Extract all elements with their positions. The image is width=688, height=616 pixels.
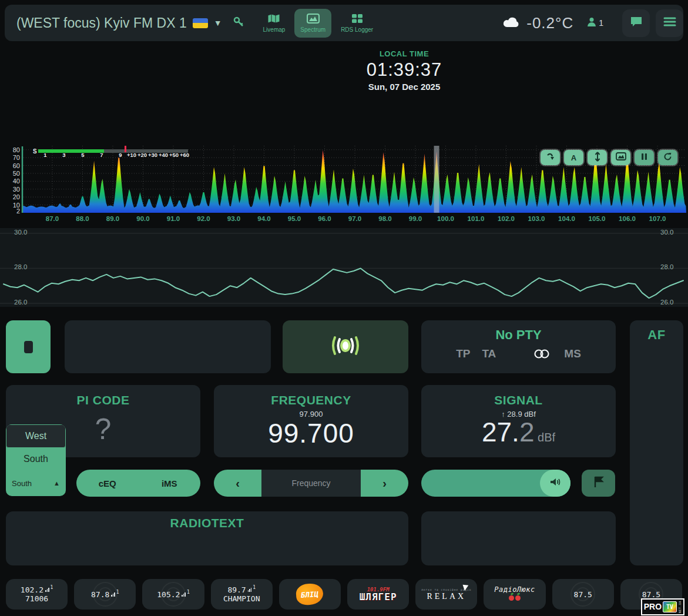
ta-flag: TA	[482, 347, 496, 360]
frequency-tick-label: 93.0	[224, 215, 244, 222]
signal-tick-label: 28.0	[14, 263, 29, 270]
signal-title: SIGNAL	[421, 393, 616, 407]
ms-flag: MS	[564, 347, 581, 360]
chevron-left-icon: ‹	[236, 477, 240, 490]
frequency-tick-label: 101.0	[466, 215, 486, 222]
s-meter-tick-label: 5	[81, 152, 84, 158]
frequency-stepper: ‹ Frequency ›	[214, 470, 408, 497]
af-list-card: AF	[630, 320, 683, 565]
frequency-tick-label: 107.0	[647, 215, 667, 222]
chat-button[interactable]	[622, 9, 650, 37]
antenna-selected-value: South	[12, 479, 32, 488]
antenna-dropdown[interactable]: West South South ▲	[6, 424, 66, 496]
preset-button-5[interactable]: БЛІЦ	[279, 579, 341, 610]
speaker-icon	[549, 477, 561, 489]
blits-logo: БЛІЦ	[296, 582, 324, 605]
s-meter-tick-label: +20	[137, 152, 147, 158]
preset-frequency: 102.2	[21, 585, 43, 594]
stop-icon	[24, 341, 33, 353]
preset-pi: 71006	[25, 594, 48, 603]
refresh-button[interactable]	[658, 150, 677, 165]
chart-icon	[307, 14, 320, 25]
signal-tick-label: 26.0	[14, 299, 29, 306]
stereo-icon	[532, 349, 551, 359]
antenna-option-south[interactable]: South	[6, 448, 66, 470]
s-meter-tick-label: +30	[148, 152, 157, 158]
preset-button-7[interactable]: легке та спокійне радіоRELAX	[415, 579, 477, 610]
frequency-down-button[interactable]: ‹	[214, 470, 261, 497]
antenna-icon: 1	[248, 583, 256, 592]
frequency-tick-label: 103.0	[526, 215, 546, 222]
nav-livemap-label: Livemap	[263, 26, 286, 33]
frequency-tick-label: 98.0	[375, 215, 395, 222]
chart-toggle-icon	[616, 152, 626, 163]
eq-ims-toggle-group: cEQ iMS	[76, 470, 200, 497]
relax-logo: RELAX	[427, 592, 466, 601]
antenna-icon: 1	[182, 588, 189, 597]
broadcast-watermark-icon	[570, 582, 595, 607]
s-meter-tick-label: 9	[119, 152, 122, 158]
nav-rds-logger[interactable]: RDS Logger	[335, 9, 379, 38]
signal-value: 27.2 dBf	[421, 416, 616, 448]
server-title: (WEST focus) Kyiv FM DX 1	[16, 15, 187, 31]
key-icon[interactable]	[233, 16, 244, 30]
preset-button-10[interactable]: 87.5PROTVNET.UA	[620, 579, 682, 610]
frequency-tick-label: 91.0	[163, 215, 183, 222]
play-stop-button[interactable]	[6, 320, 51, 373]
frequency-tick-label: 95.0	[284, 215, 304, 222]
nav-livemap[interactable]: Livemap	[257, 9, 291, 38]
chevron-down-icon[interactable]: ▼	[214, 18, 222, 28]
local-time-block: LOCAL TIME 01:39:37 Sun, 07 Dec 2025	[367, 49, 442, 92]
autoscale-button[interactable]: A	[564, 150, 583, 165]
frequency-tick-label: 96.0	[315, 215, 335, 222]
antenna-select[interactable]: South ▲	[6, 470, 66, 496]
frequency-input[interactable]: Frequency	[261, 470, 361, 497]
af-title: AF	[630, 327, 683, 343]
volume-handle[interactable]	[540, 470, 570, 497]
app-root: (WEST focus) Kyiv FM DX 1 ▼ Livemap Spec…	[0, 0, 688, 616]
arrow-down-icon	[546, 152, 555, 163]
preset-button-6[interactable]: 101.9FMШЛЯГЕР	[347, 579, 409, 610]
shlyager-logo: ШЛЯГЕР	[360, 592, 397, 602]
db-tick-label: 30	[6, 186, 20, 193]
preset-button-1[interactable]: 102.2171006	[6, 579, 68, 610]
resize-vertical-button[interactable]	[588, 150, 607, 165]
local-time-label: LOCAL TIME	[367, 49, 442, 58]
protv-logo: PROTVNET.UA	[641, 598, 684, 615]
s-meter-tick-label: +50	[169, 152, 179, 158]
frequency-up-button[interactable]: ›	[361, 470, 408, 497]
ims-toggle[interactable]: iMS	[139, 478, 201, 488]
signal-card: SIGNAL ↑ 28.9 dBf 27.2 dBf	[421, 385, 616, 457]
s-meter-tick-label: 3	[62, 152, 65, 158]
tp-flag: TP	[456, 347, 470, 360]
ceq-toggle[interactable]: cEQ	[76, 478, 139, 488]
chart-toggle-button[interactable]	[611, 150, 630, 165]
frequency-tick-label: 100.0	[436, 215, 456, 222]
s-meter-tick-label: +60	[180, 152, 189, 158]
nav-spectrum[interactable]: Spectrum	[294, 9, 331, 38]
frequency-tick-label: 89.0	[103, 215, 123, 222]
flag-button[interactable]	[582, 470, 615, 497]
volume-slider[interactable]	[421, 470, 570, 497]
broadcast-indicator[interactable]	[283, 320, 408, 373]
header-bar: (WEST focus) Kyiv FM DX 1 ▼ Livemap Spec…	[5, 5, 683, 41]
preset-button-9[interactable]: 87.5	[552, 579, 614, 610]
frequency-title: FREQUENCY	[214, 393, 408, 407]
frequency-tick-label: 87.0	[42, 215, 62, 222]
arrow-down-button[interactable]	[541, 150, 560, 165]
signal-tick-label: 30.0	[660, 229, 676, 236]
pause-button[interactable]	[635, 150, 654, 165]
antenna-icon: 1	[45, 583, 53, 592]
preset-button-3[interactable]: 105.21	[142, 579, 204, 610]
menu-button[interactable]	[656, 9, 683, 37]
preset-button-4[interactable]: 89.71CHAMPION	[211, 579, 273, 610]
signal-tick-label: 28.0	[660, 263, 676, 270]
local-date: Sun, 07 Dec 2025	[367, 82, 442, 92]
preset-bank: 102.217100687.81105.2189.71CHAMPIONБЛІЦ1…	[6, 579, 682, 610]
antenna-option-west[interactable]: West	[6, 424, 66, 448]
ukraine-flag-icon	[193, 18, 208, 28]
db-tick-label: 20	[6, 193, 20, 200]
db-tick-label: 60	[6, 162, 20, 169]
preset-button-8[interactable]: РадіоЛюкс	[484, 579, 545, 610]
preset-button-2[interactable]: 87.81	[74, 579, 136, 610]
